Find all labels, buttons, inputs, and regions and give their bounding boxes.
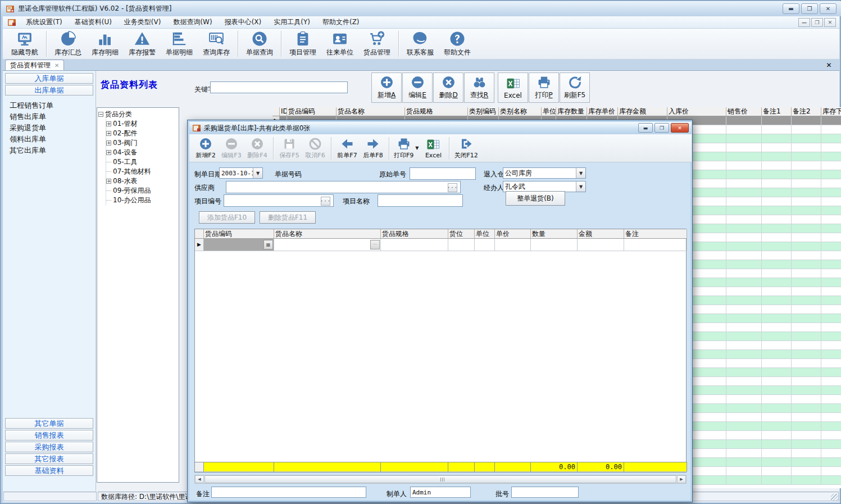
chevron-down-icon[interactable]: ▼ <box>415 146 419 151</box>
chevron-down-icon[interactable]: ▼ <box>253 168 262 178</box>
dialog-title-bar[interactable]: 采购退货单[出库]-共有此类单据0张 ▬ ❐ ✕ <box>189 122 692 134</box>
tree-node-3[interactable]: +04-设备 <box>106 148 178 157</box>
column-header[interactable]: ID <box>280 107 287 116</box>
dialog-exit-button[interactable]: 关闭F12 <box>452 135 479 161</box>
column-header[interactable]: 货品编码 <box>204 229 274 239</box>
expand-icon[interactable]: + <box>106 150 111 155</box>
mdi-close-button[interactable]: ✕ <box>824 18 836 27</box>
chevron-down-icon[interactable]: ▼ <box>576 168 585 178</box>
tree-node-5[interactable]: 07-其他材料 <box>106 167 178 176</box>
toolbar-warning-button[interactable]: 库存报警 <box>124 29 161 58</box>
column-header[interactable]: 货品规格 <box>405 107 468 116</box>
title-bar[interactable]: 里诺仓库管理软件(工程版) V6.02 - [货品资料管理] ▬ ❐ ✕ <box>1 1 841 16</box>
project-code-input[interactable]: ··· <box>224 194 334 207</box>
column-header[interactable]: 类别名称 <box>499 107 542 116</box>
remark-input[interactable] <box>211 487 366 498</box>
column-header[interactable]: 库存金额 <box>618 107 667 116</box>
column-header[interactable]: 单位 <box>475 229 495 239</box>
toolbar-cart-button[interactable]: 货品管理 <box>358 29 396 58</box>
sidebar-bottom-group-0[interactable]: 其它单据 <box>5 418 93 429</box>
column-header[interactable]: 单位 <box>542 107 556 116</box>
tree-node-2[interactable]: +03-阀门 <box>106 138 178 148</box>
sidebar-item-0[interactable]: 工程销售订单 <box>3 100 96 111</box>
keyword-input[interactable] <box>210 81 348 93</box>
action-minus-circle-button[interactable]: 编辑E <box>402 72 433 103</box>
tree-root[interactable]: − 货品分类 <box>98 110 178 119</box>
dialog-x-circle-button[interactable]: 删除F4 <box>244 135 270 161</box>
column-header[interactable]: 销售价 <box>726 107 762 116</box>
items-row[interactable]: ▶▦··· <box>195 239 686 251</box>
toolbar-barcode-search-button[interactable]: 查询库存 <box>198 29 235 58</box>
column-header[interactable]: 单价 <box>495 229 531 239</box>
tree-node-4[interactable]: 05-工具 <box>106 157 178 167</box>
toolbar-pie-button[interactable]: 库存汇总 <box>49 29 87 58</box>
dialog-arrow-right-button[interactable]: 后单F8 <box>360 135 386 161</box>
column-header[interactable]: 备注 <box>624 229 687 239</box>
action-x-circle-button[interactable]: 删除D <box>433 72 463 103</box>
dialog-restore-button[interactable]: ❐ <box>654 123 669 133</box>
toolbar-hbars-button[interactable]: 单据明细 <box>161 29 198 58</box>
lookup-grid-icon[interactable]: ▦ <box>263 240 273 249</box>
column-header[interactable]: 货品名称 <box>274 229 381 239</box>
toolbar-headset-button[interactable]: 联系客服 <box>402 29 439 58</box>
column-header[interactable]: 备注1 <box>762 107 792 116</box>
sidebar-item-3[interactable]: 领料出库单 <box>3 134 96 145</box>
tab-close-icon[interactable]: ✕ <box>54 62 59 69</box>
dialog-printer-button[interactable]: 打印F9▼ <box>392 135 420 161</box>
hscroll-thumb[interactable] <box>204 475 676 483</box>
column-header[interactable]: 金额 <box>578 229 624 239</box>
mdi-restore-button[interactable]: ❐ <box>811 18 823 27</box>
batch-input[interactable] <box>511 487 579 498</box>
tree-node-1[interactable]: +02-配件 <box>106 129 178 138</box>
tree-node-7[interactable]: 09-劳保用品 <box>106 186 178 196</box>
operator-combo[interactable]: 孔令武 ▼ <box>503 181 586 192</box>
sidebar-bottom-group-3[interactable]: 其它报表 <box>5 453 93 464</box>
dialog-arrow-left-button[interactable]: 前单F7 <box>334 135 360 161</box>
maximize-button[interactable]: ❐ <box>801 3 818 14</box>
collapse-icon[interactable]: − <box>98 112 103 117</box>
toolbar-clipboard-button[interactable]: 项目管理 <box>284 29 321 58</box>
dialog-minus-circle-button[interactable]: 编辑F3 <box>219 135 244 161</box>
sidebar-group-1[interactable]: 出库单据 <box>5 85 93 96</box>
sidebar-group-0[interactable]: 入库单据 <box>5 73 93 84</box>
column-header[interactable]: 库存数量 <box>556 107 587 116</box>
menu-item-5[interactable]: 实用工具(Y) <box>267 16 316 29</box>
toolbar-monitor-button[interactable]: 隐藏导航 <box>6 29 43 58</box>
menu-item-6[interactable]: 帮助文件(Z) <box>316 16 366 29</box>
expand-icon[interactable]: + <box>106 131 111 136</box>
minimize-button[interactable]: ▬ <box>783 3 799 14</box>
sidebar-bottom-group-4[interactable]: 基础资料 <box>5 465 93 476</box>
column-header[interactable]: 货位 <box>448 229 475 239</box>
tree-node-6[interactable]: +08-水表 <box>106 176 178 186</box>
item-code-cell[interactable]: ▦ <box>204 239 274 251</box>
action-refresh-button[interactable]: 刷新F5 <box>560 72 590 103</box>
column-header[interactable]: 库存单价 <box>587 107 618 116</box>
column-header[interactable]: 备注2 <box>792 107 821 116</box>
mdi-minimize-button[interactable]: — <box>798 18 810 27</box>
menu-item-2[interactable]: 业务类型(V) <box>118 16 167 29</box>
menu-item-4[interactable]: 报表中心(X) <box>219 16 268 29</box>
expand-icon[interactable]: + <box>106 121 111 126</box>
toolbar-bars-button[interactable]: 库存明细 <box>87 29 124 58</box>
menu-item-0[interactable]: 系统设置(T) <box>20 16 69 29</box>
orig-no-input[interactable] <box>410 167 476 180</box>
column-header[interactable]: 入库价 <box>667 107 726 116</box>
lookup-ellipsis-icon[interactable]: ··· <box>448 183 457 192</box>
sidebar-item-1[interactable]: 销售出库单 <box>3 111 96 122</box>
make-date-combo[interactable]: 2003-10-18 ▼ <box>219 167 263 179</box>
action-printer-button[interactable]: 打印P <box>529 72 559 103</box>
supplier-input[interactable]: ··· <box>226 181 461 193</box>
project-name-input[interactable] <box>378 194 463 207</box>
sidebar-bottom-group-2[interactable]: 采购报表 <box>5 442 93 452</box>
column-header[interactable]: 货品名称 <box>337 107 405 116</box>
toolbar-idcard-button[interactable]: 往来单位 <box>321 29 358 58</box>
lookup-ellipsis-icon[interactable]: ··· <box>321 197 330 206</box>
maker-input[interactable]: Admin <box>410 487 471 498</box>
dialog-plus-circle-button[interactable]: 新增F2 <box>193 135 219 161</box>
toolbar-help-button[interactable]: 帮助文件 <box>439 29 476 58</box>
dialog-excel-button[interactable]: Excel <box>420 135 446 161</box>
action-excel-button[interactable]: Excel <box>498 72 528 103</box>
menu-item-3[interactable]: 数据查询(W) <box>167 16 218 29</box>
dialog-cancel-button[interactable]: 取消F6 <box>302 135 328 161</box>
column-header[interactable]: 货品规格 <box>381 229 448 239</box>
